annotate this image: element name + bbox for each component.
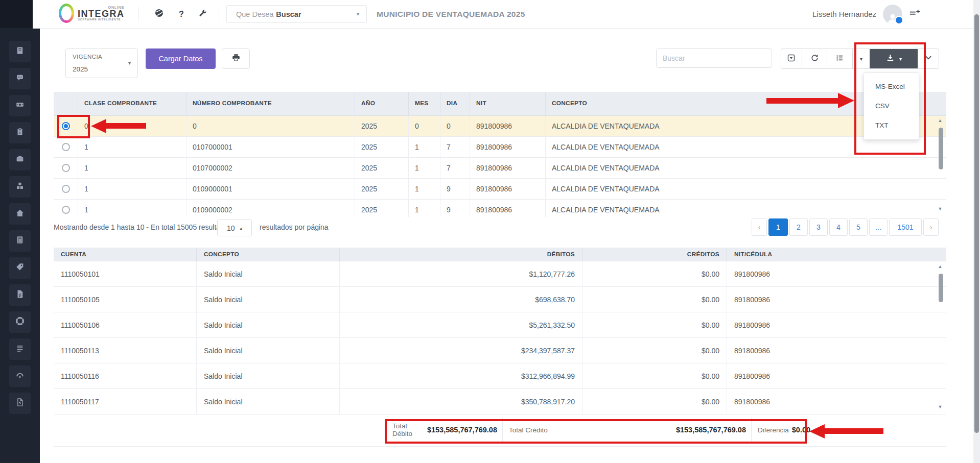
page-prev-button[interactable]: ‹ bbox=[752, 218, 767, 236]
cell-nit[interactable]: 891800986 bbox=[470, 200, 546, 217]
page-button-4[interactable]: 4 bbox=[829, 218, 848, 236]
cell-debitos[interactable]: $350,788,917.20 bbox=[340, 389, 582, 415]
help-button[interactable]: ? bbox=[175, 0, 188, 28]
sidebar-item-home[interactable] bbox=[9, 203, 31, 225]
export-button[interactable]: ▾ bbox=[870, 49, 918, 68]
row-radio[interactable] bbox=[54, 137, 78, 158]
cell-dia[interactable]: 7 bbox=[440, 158, 470, 179]
cell-concepto[interactable]: Saldo Inicial bbox=[197, 389, 340, 415]
row-radio[interactable] bbox=[54, 200, 78, 217]
cell-cuenta[interactable]: 1110050116 bbox=[54, 363, 197, 389]
cell-concepto[interactable]: ALCALDIA DE VENTAQUEMADA bbox=[546, 137, 946, 158]
cell-ano[interactable]: 2025 bbox=[355, 200, 409, 217]
export-option-csv[interactable]: CSV bbox=[864, 96, 919, 116]
cell-numero[interactable]: 0 bbox=[186, 116, 355, 137]
list-view-button[interactable] bbox=[827, 49, 852, 68]
cell-ano[interactable]: 2025 bbox=[355, 158, 409, 179]
cell-debitos[interactable]: $5,261,332.50 bbox=[340, 312, 582, 338]
page-button-1[interactable]: 1 bbox=[768, 218, 788, 236]
cell-concepto[interactable]: Saldo Inicial bbox=[197, 338, 340, 363]
export-option-excel[interactable]: MS-Excel bbox=[864, 77, 919, 96]
cell-mes[interactable]: 0 bbox=[409, 116, 440, 137]
page-button-3[interactable]: 3 bbox=[809, 218, 828, 236]
cell-cuenta[interactable]: 1110050117 bbox=[54, 389, 197, 415]
page-ellipsis[interactable]: ... bbox=[869, 218, 888, 236]
scroll-up-icon[interactable]: ▲ bbox=[937, 118, 944, 123]
row-radio[interactable] bbox=[54, 179, 78, 200]
row-radio[interactable] bbox=[54, 116, 78, 137]
scroll-down-icon[interactable]: ▼ bbox=[937, 404, 944, 409]
sidebar-item-document[interactable] bbox=[9, 284, 31, 306]
cell-concepto[interactable]: Saldo Inicial bbox=[197, 261, 340, 287]
cell-nit[interactable]: 891800986 bbox=[470, 137, 546, 158]
sidebar-item-clipboard[interactable] bbox=[9, 122, 31, 143]
scroll-down-icon[interactable]: ▼ bbox=[937, 206, 944, 211]
cell-ano[interactable]: 2025 bbox=[355, 137, 409, 158]
cell-mes[interactable]: 1 bbox=[409, 158, 440, 179]
cell-numero[interactable]: 0107000001 bbox=[186, 137, 355, 158]
cell-numero[interactable]: 0107000002 bbox=[186, 158, 355, 179]
cell-concepto[interactable]: ALCALDIA DE VENTAQUEMADA bbox=[546, 200, 946, 217]
globe-button[interactable] bbox=[151, 0, 167, 28]
cell-clase[interactable]: 1 bbox=[78, 137, 186, 158]
sidebar-item-calculator[interactable] bbox=[9, 230, 31, 252]
refresh-button[interactable] bbox=[802, 49, 827, 68]
cell-creditos[interactable]: $0.00 bbox=[582, 363, 727, 389]
cell-clase[interactable]: 1 bbox=[78, 179, 186, 200]
cell-creditos[interactable]: $0.00 bbox=[582, 338, 727, 363]
cell-nit-cedula[interactable]: 891800986 bbox=[727, 287, 946, 312]
cell-creditos[interactable]: $0.00 bbox=[582, 312, 727, 338]
cell-mes[interactable]: 1 bbox=[409, 200, 440, 217]
cell-cuenta[interactable]: 1110050106 bbox=[54, 312, 197, 338]
sidebar-item-headset[interactable] bbox=[9, 365, 31, 387]
print-button[interactable] bbox=[222, 48, 250, 69]
cell-dia[interactable]: 9 bbox=[440, 179, 470, 200]
sidebar-item-cubes[interactable] bbox=[9, 176, 31, 198]
cell-numero[interactable]: 0109000001 bbox=[186, 179, 355, 200]
cell-nit[interactable]: 891800986 bbox=[470, 158, 546, 179]
page-button-2[interactable]: 2 bbox=[789, 218, 808, 236]
cell-nit-cedula[interactable]: 891800986 bbox=[727, 312, 946, 338]
vigencia-select[interactable]: VIGENCIA 2025 ▾ bbox=[65, 48, 138, 78]
sidebar-item-briefcase[interactable] bbox=[9, 149, 31, 170]
sidebar-item-cash[interactable] bbox=[9, 95, 31, 116]
cell-clase[interactable]: 0 bbox=[78, 116, 186, 137]
avatar[interactable] bbox=[883, 5, 902, 24]
cell-concepto[interactable]: ALCALDIA DE VENTAQUEMADA bbox=[546, 179, 946, 200]
cell-cuenta[interactable]: 1110050113 bbox=[54, 338, 197, 363]
collapse-button[interactable] bbox=[918, 49, 939, 68]
cell-mes[interactable]: 1 bbox=[409, 137, 440, 158]
vouchers-scrollbar-thumb[interactable] bbox=[939, 128, 943, 169]
cell-numero[interactable]: 0109000002 bbox=[186, 200, 355, 217]
cell-nit-cedula[interactable]: 891800986 bbox=[727, 261, 946, 287]
page-next-button[interactable]: › bbox=[923, 218, 939, 236]
cell-dia[interactable]: 0 bbox=[440, 116, 470, 137]
cell-concepto[interactable]: ALCALDIA DE VENTAQUEMADA bbox=[546, 158, 946, 179]
cell-dia[interactable]: 9 bbox=[440, 200, 470, 217]
cell-debitos[interactable]: $312,966,894.99 bbox=[340, 363, 582, 389]
cell-ano[interactable]: 2025 bbox=[355, 179, 409, 200]
search-type-selector[interactable]: Que Desea Buscar ▾ bbox=[226, 5, 367, 23]
cell-clase[interactable]: 1 bbox=[78, 200, 186, 217]
cell-nit[interactable]: 891800986 bbox=[470, 179, 546, 200]
cell-creditos[interactable]: $0.00 bbox=[582, 389, 727, 415]
cell-nit-cedula[interactable]: 891800986 bbox=[727, 338, 946, 363]
columns-select-button[interactable] bbox=[781, 49, 802, 68]
cell-nit-cedula[interactable]: 891800986 bbox=[727, 363, 946, 389]
list-view-caret-button[interactable]: ▾ bbox=[852, 49, 870, 68]
page-size-select[interactable]: 10 ▴ bbox=[217, 220, 252, 236]
cell-debitos[interactable]: $698,638.70 bbox=[340, 287, 582, 312]
page-scrollbar-thumb[interactable] bbox=[974, 14, 979, 433]
add-menu-button[interactable] bbox=[909, 8, 920, 20]
sidebar-item-tag[interactable] bbox=[9, 257, 31, 279]
scroll-up-icon[interactable]: ▲ bbox=[937, 264, 944, 269]
cell-debitos[interactable]: $1,120,777.26 bbox=[340, 261, 582, 287]
cell-debitos[interactable]: $234,397,587.37 bbox=[340, 338, 582, 363]
tools-button[interactable] bbox=[195, 0, 210, 28]
sidebar-item-lifering[interactable] bbox=[9, 311, 31, 333]
sidebar-item-list[interactable] bbox=[9, 338, 31, 360]
cell-nit[interactable]: 891800986 bbox=[470, 116, 546, 137]
page-button-5[interactable]: 5 bbox=[849, 218, 868, 236]
cell-clase[interactable]: 1 bbox=[78, 158, 186, 179]
row-radio[interactable] bbox=[54, 158, 78, 179]
